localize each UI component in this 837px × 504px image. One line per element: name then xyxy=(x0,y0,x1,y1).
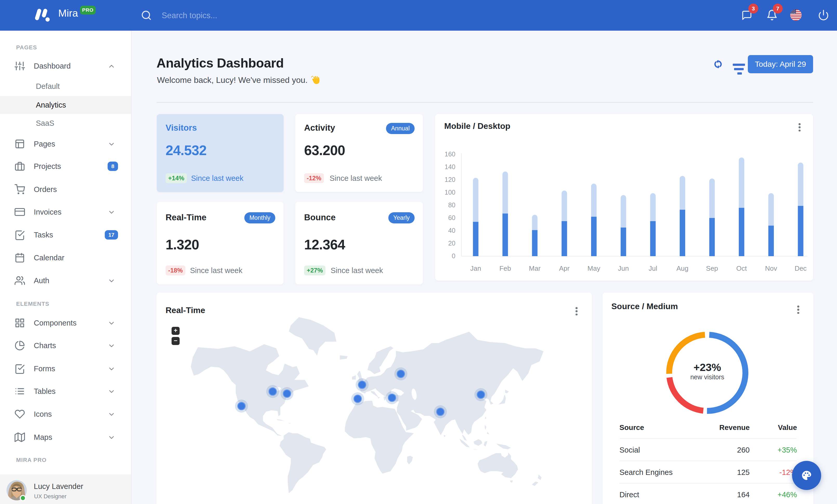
svg-text:Nov: Nov xyxy=(765,264,777,272)
svg-text:Dec: Dec xyxy=(795,264,806,272)
svg-text:Jun: Jun xyxy=(618,264,629,272)
svg-text:160: 160 xyxy=(445,150,456,158)
svg-text:Jan: Jan xyxy=(470,264,481,272)
svg-text:Sep: Sep xyxy=(706,264,718,272)
svg-text:20: 20 xyxy=(448,240,456,247)
svg-text:Aug: Aug xyxy=(676,264,688,272)
svg-text:May: May xyxy=(587,264,600,272)
svg-text:Oct: Oct xyxy=(736,264,747,272)
svg-text:Feb: Feb xyxy=(499,264,511,272)
svg-text:140: 140 xyxy=(445,163,456,170)
svg-text:Jul: Jul xyxy=(648,264,657,272)
svg-text:Mar: Mar xyxy=(529,264,541,272)
svg-text:60: 60 xyxy=(448,214,456,221)
svg-text:100: 100 xyxy=(445,189,456,196)
svg-text:Apr: Apr xyxy=(559,264,570,272)
svg-text:80: 80 xyxy=(448,201,456,209)
svg-text:40: 40 xyxy=(448,227,456,234)
svg-text:120: 120 xyxy=(445,176,456,183)
svg-text:0: 0 xyxy=(452,252,456,260)
